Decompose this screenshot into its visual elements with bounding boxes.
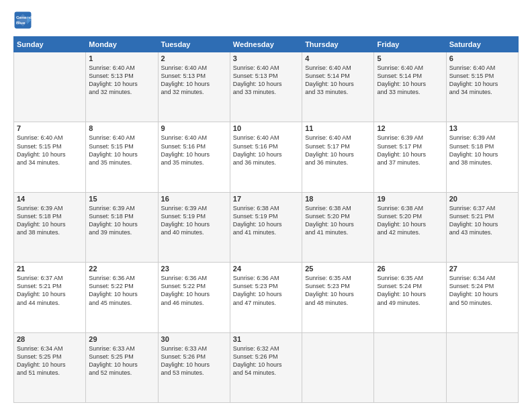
cell-content: Sunrise: 6:33 AM Sunset: 5:25 PM Dayligh… <box>89 345 154 377</box>
calendar-header-row: SundayMondayTuesdayWednesdayThursdayFrid… <box>14 37 519 52</box>
cell-content: Sunrise: 6:38 AM Sunset: 5:20 PM Dayligh… <box>305 204 371 237</box>
calendar-cell: 19Sunrise: 6:38 AM Sunset: 5:20 PM Dayli… <box>374 192 446 262</box>
svg-text:Blue: Blue <box>16 20 26 25</box>
calendar-cell: 5Sunrise: 6:40 AM Sunset: 5:14 PM Daylig… <box>374 52 446 122</box>
calendar-week-2: 7Sunrise: 6:40 AM Sunset: 5:15 PM Daylig… <box>14 122 519 192</box>
cell-content: Sunrise: 6:37 AM Sunset: 5:21 PM Dayligh… <box>449 204 515 237</box>
calendar-cell: 31Sunrise: 6:32 AM Sunset: 5:26 PM Dayli… <box>230 332 302 402</box>
day-number: 22 <box>89 265 154 273</box>
day-number: 27 <box>449 265 515 273</box>
calendar-cell <box>302 332 374 402</box>
cell-content: Sunrise: 6:39 AM Sunset: 5:18 PM Dayligh… <box>89 204 154 237</box>
cell-content: Sunrise: 6:39 AM Sunset: 5:19 PM Dayligh… <box>161 204 227 237</box>
day-number: 2 <box>161 54 227 62</box>
day-number: 17 <box>233 195 299 203</box>
day-number: 13 <box>449 124 515 132</box>
day-number: 14 <box>17 195 83 203</box>
cell-content: Sunrise: 6:35 AM Sunset: 5:24 PM Dayligh… <box>377 274 443 307</box>
calendar-cell: 14Sunrise: 6:39 AM Sunset: 5:18 PM Dayli… <box>14 192 86 262</box>
cell-content: Sunrise: 6:40 AM Sunset: 5:15 PM Dayligh… <box>89 134 154 167</box>
calendar-table: SundayMondayTuesdayWednesdayThursdayFrid… <box>13 36 519 403</box>
calendar-week-5: 28Sunrise: 6:34 AM Sunset: 5:25 PM Dayli… <box>14 332 519 402</box>
calendar-cell: 20Sunrise: 6:37 AM Sunset: 5:21 PM Dayli… <box>446 192 518 262</box>
cell-content: Sunrise: 6:33 AM Sunset: 5:26 PM Dayligh… <box>161 345 227 377</box>
cell-content: Sunrise: 6:37 AM Sunset: 5:21 PM Dayligh… <box>17 274 83 307</box>
cell-content: Sunrise: 6:35 AM Sunset: 5:23 PM Dayligh… <box>305 274 371 307</box>
logo-icon: General Blue <box>13 11 32 30</box>
day-number: 7 <box>17 124 83 132</box>
day-number: 10 <box>233 124 299 132</box>
calendar-cell <box>446 332 518 402</box>
cell-content: Sunrise: 6:34 AM Sunset: 5:25 PM Dayligh… <box>17 345 83 377</box>
cell-content: Sunrise: 6:40 AM Sunset: 5:16 PM Dayligh… <box>161 134 227 167</box>
day-number: 28 <box>17 335 83 343</box>
day-number: 20 <box>449 195 515 203</box>
calendar-cell: 7Sunrise: 6:40 AM Sunset: 5:15 PM Daylig… <box>14 122 86 192</box>
day-header-saturday: Saturday <box>446 37 518 52</box>
day-header-sunday: Sunday <box>14 37 86 52</box>
cell-content: Sunrise: 6:40 AM Sunset: 5:15 PM Dayligh… <box>17 134 83 167</box>
calendar-cell: 3Sunrise: 6:40 AM Sunset: 5:13 PM Daylig… <box>230 52 302 122</box>
day-number: 15 <box>89 195 154 203</box>
calendar-cell: 4Sunrise: 6:40 AM Sunset: 5:14 PM Daylig… <box>302 52 374 122</box>
day-number: 3 <box>233 54 299 62</box>
calendar-cell: 8Sunrise: 6:40 AM Sunset: 5:15 PM Daylig… <box>86 122 158 192</box>
calendar-cell: 6Sunrise: 6:40 AM Sunset: 5:15 PM Daylig… <box>446 52 518 122</box>
calendar-cell: 1Sunrise: 6:40 AM Sunset: 5:13 PM Daylig… <box>86 52 158 122</box>
page: General Blue SundayMondayTuesdayWednesda… <box>0 0 532 411</box>
day-number: 24 <box>233 265 299 273</box>
cell-content: Sunrise: 6:40 AM Sunset: 5:14 PM Dayligh… <box>377 64 443 97</box>
day-number: 11 <box>305 124 371 132</box>
day-number: 5 <box>377 54 443 62</box>
cell-content: Sunrise: 6:32 AM Sunset: 5:26 PM Dayligh… <box>233 345 299 377</box>
calendar-cell: 16Sunrise: 6:39 AM Sunset: 5:19 PM Dayli… <box>158 192 230 262</box>
cell-content: Sunrise: 6:39 AM Sunset: 5:18 PM Dayligh… <box>17 204 83 237</box>
cell-content: Sunrise: 6:38 AM Sunset: 5:19 PM Dayligh… <box>233 204 299 237</box>
day-number: 25 <box>305 265 371 273</box>
day-number: 19 <box>377 195 443 203</box>
cell-content: Sunrise: 6:36 AM Sunset: 5:22 PM Dayligh… <box>89 274 154 307</box>
day-number: 12 <box>377 124 443 132</box>
day-number: 29 <box>89 335 154 343</box>
calendar-cell: 17Sunrise: 6:38 AM Sunset: 5:19 PM Dayli… <box>230 192 302 262</box>
calendar-cell: 2Sunrise: 6:40 AM Sunset: 5:13 PM Daylig… <box>158 52 230 122</box>
calendar-cell: 11Sunrise: 6:40 AM Sunset: 5:17 PM Dayli… <box>302 122 374 192</box>
calendar-cell: 10Sunrise: 6:40 AM Sunset: 5:16 PM Dayli… <box>230 122 302 192</box>
cell-content: Sunrise: 6:40 AM Sunset: 5:14 PM Dayligh… <box>305 64 371 97</box>
day-number: 23 <box>161 265 227 273</box>
calendar-cell: 15Sunrise: 6:39 AM Sunset: 5:18 PM Dayli… <box>86 192 158 262</box>
day-number: 21 <box>17 265 83 273</box>
day-number: 30 <box>161 335 227 343</box>
cell-content: Sunrise: 6:40 AM Sunset: 5:16 PM Dayligh… <box>233 134 299 167</box>
calendar-cell: 22Sunrise: 6:36 AM Sunset: 5:22 PM Dayli… <box>86 263 158 332</box>
day-number: 4 <box>305 54 371 62</box>
cell-content: Sunrise: 6:40 AM Sunset: 5:13 PM Dayligh… <box>233 64 299 97</box>
calendar-week-4: 21Sunrise: 6:37 AM Sunset: 5:21 PM Dayli… <box>14 263 519 332</box>
calendar-week-1: 1Sunrise: 6:40 AM Sunset: 5:13 PM Daylig… <box>14 52 519 122</box>
calendar-cell: 30Sunrise: 6:33 AM Sunset: 5:26 PM Dayli… <box>158 332 230 402</box>
cell-content: Sunrise: 6:40 AM Sunset: 5:17 PM Dayligh… <box>305 134 371 167</box>
day-number: 16 <box>161 195 227 203</box>
calendar-cell: 25Sunrise: 6:35 AM Sunset: 5:23 PM Dayli… <box>302 263 374 332</box>
calendar-cell <box>14 52 86 122</box>
cell-content: Sunrise: 6:40 AM Sunset: 5:13 PM Dayligh… <box>89 64 154 97</box>
calendar-cell: 21Sunrise: 6:37 AM Sunset: 5:21 PM Dayli… <box>14 263 86 332</box>
cell-content: Sunrise: 6:39 AM Sunset: 5:17 PM Dayligh… <box>377 134 443 167</box>
day-number: 1 <box>89 54 154 62</box>
day-header-monday: Monday <box>86 37 158 52</box>
cell-content: Sunrise: 6:40 AM Sunset: 5:15 PM Dayligh… <box>449 64 515 97</box>
calendar-cell: 26Sunrise: 6:35 AM Sunset: 5:24 PM Dayli… <box>374 263 446 332</box>
calendar-cell: 18Sunrise: 6:38 AM Sunset: 5:20 PM Dayli… <box>302 192 374 262</box>
header: General Blue <box>13 11 519 30</box>
day-header-friday: Friday <box>374 37 446 52</box>
cell-content: Sunrise: 6:38 AM Sunset: 5:20 PM Dayligh… <box>377 204 443 237</box>
calendar-cell <box>374 332 446 402</box>
day-number: 31 <box>233 335 299 343</box>
calendar-cell: 28Sunrise: 6:34 AM Sunset: 5:25 PM Dayli… <box>14 332 86 402</box>
calendar-cell: 24Sunrise: 6:36 AM Sunset: 5:23 PM Dayli… <box>230 263 302 332</box>
calendar-week-3: 14Sunrise: 6:39 AM Sunset: 5:18 PM Dayli… <box>14 192 519 262</box>
day-header-wednesday: Wednesday <box>230 37 302 52</box>
calendar-cell: 27Sunrise: 6:34 AM Sunset: 5:24 PM Dayli… <box>446 263 518 332</box>
calendar-cell: 13Sunrise: 6:39 AM Sunset: 5:18 PM Dayli… <box>446 122 518 192</box>
calendar-cell: 29Sunrise: 6:33 AM Sunset: 5:25 PM Dayli… <box>86 332 158 402</box>
